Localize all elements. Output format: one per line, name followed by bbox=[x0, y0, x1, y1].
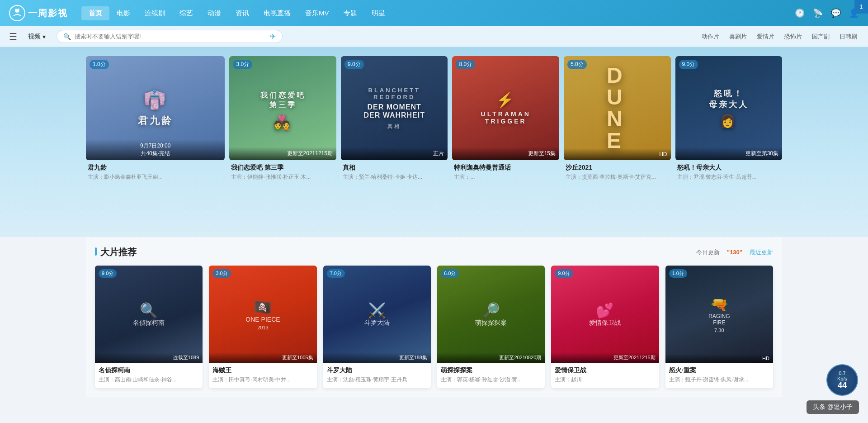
logo-text: 一周影视 bbox=[28, 7, 68, 19]
nav-variety[interactable]: 综艺 bbox=[172, 6, 200, 20]
corner-badge: 1 bbox=[854, 0, 868, 14]
section-header-right: 今日更新 "130" 最近更新 bbox=[696, 248, 773, 257]
movie-score-2: 3.0分 bbox=[212, 269, 231, 278]
hero-card-5[interactable]: 5.0分 DUNE HD 沙丘2021 主演：提莫西·查拉梅·奥斯卡·艾萨克..… bbox=[564, 56, 671, 182]
svg-line-2 bbox=[15, 7, 17, 9]
logo-icon bbox=[9, 5, 25, 21]
movie-card-1[interactable]: 🔍 名侦探柯南 9.0分 连载至1089 名侦探柯南 主演：高山南·山崎和佳奈·… bbox=[95, 266, 203, 388]
genre-romance[interactable]: 爱情片 bbox=[755, 32, 776, 42]
nav-news[interactable]: 资讯 bbox=[228, 6, 256, 20]
movie-score-3: 7.0分 bbox=[327, 269, 345, 278]
today-update-count: "130" bbox=[727, 249, 742, 256]
movie-card-6[interactable]: 🔫 RAGINGFIRE 7.30 1.0分 HD 怒火·重案 主演：甄子丹·谢… bbox=[665, 266, 773, 388]
hero-card-3-overlay: 正片 bbox=[433, 150, 444, 157]
speed-value: 0.7 bbox=[839, 371, 845, 376]
nav-topics[interactable]: 专题 bbox=[336, 6, 364, 20]
movie-card-4[interactable]: 🔎 萌探探探案 6.0分 更新至20210820期 萌探探探案 主演：郭英·杨幂… bbox=[437, 266, 545, 388]
hero-card-2-title: 我们恋爱吧 第三季 bbox=[231, 164, 335, 172]
big-movies-title: 大片推荐 bbox=[95, 246, 137, 258]
movie-grid: 🔍 名侦探柯南 9.0分 连载至1089 名侦探柯南 主演：高山南·山崎和佳奈·… bbox=[95, 266, 773, 388]
hero-card-5-title: 沙丘2021 bbox=[566, 164, 669, 172]
video-label: 视频 bbox=[28, 33, 41, 41]
score-badge-5: 5.0分 bbox=[567, 60, 587, 69]
main-content: 大片推荐 今日更新 "130" 最近更新 🔍 名侦探柯南 9.0分 连载至108… bbox=[86, 237, 782, 397]
movie-cast-3: 主演：沈磊·程玉珠·黄翔宇·王丹兵 bbox=[327, 376, 427, 384]
movie-cast-6: 主演：甄子丹·谢霆锋·焦凤·谢承... bbox=[669, 376, 769, 384]
big-movies-header: 大片推荐 今日更新 "130" 最近更新 bbox=[95, 246, 773, 258]
hero-section: 1.0分 👘 君九龄 9月7日20:00 共40集·完结 君九龄 主演：影小鳥金… bbox=[0, 47, 868, 237]
search-icon: 🔍 bbox=[63, 33, 71, 40]
hero-card-1[interactable]: 1.0分 👘 君九龄 9月7日20:00 共40集·完结 君九龄 主演：影小鳥金… bbox=[86, 56, 225, 182]
hero-card-6-title: 怒吼！母亲大人 bbox=[677, 164, 781, 172]
hero-grid: 1.0分 👘 君九龄 9月7日20:00 共40集·完结 君九龄 主演：影小鳥金… bbox=[86, 56, 782, 182]
genre-comedy[interactable]: 喜剧片 bbox=[727, 32, 749, 42]
genre-links: 动作片 喜剧片 爱情片 恐怖片 国产剧 日韩剧 bbox=[700, 32, 859, 42]
nav-series[interactable]: 连续剧 bbox=[137, 6, 172, 20]
hero-card-2[interactable]: 3.0分 我们恋爱吧第三季 💑 更新至20211215期 我们恋爱吧 第三季 主… bbox=[229, 56, 336, 182]
hero-card-4[interactable]: 8.0分 ⚡ ULTRAMANTRIGGER 更新至15集 特利迦奥特曼普通话 … bbox=[452, 56, 559, 182]
genre-horror[interactable]: 恐怖片 bbox=[783, 32, 804, 42]
search-input[interactable] bbox=[75, 33, 266, 40]
hero-card-6-sub: 主演：尹现·曾志芬·芳生·吕超尊... bbox=[677, 173, 781, 181]
hero-card-4-sub: 主演：... bbox=[454, 173, 557, 181]
video-dropdown[interactable]: 视频 ▾ bbox=[24, 31, 49, 43]
menu-icon[interactable]: ☰ bbox=[9, 31, 17, 42]
movie-score-4: 6.0分 bbox=[441, 269, 459, 278]
movie-score-1: 9.0分 bbox=[99, 269, 117, 278]
dropdown-arrow-icon: ▾ bbox=[42, 33, 46, 40]
search-area: 🔍 ✈ bbox=[57, 30, 283, 43]
history-icon[interactable]: 🕐 bbox=[795, 8, 805, 18]
today-update-label: 今日更新 bbox=[696, 248, 720, 257]
nav-music[interactable]: 音乐MV bbox=[298, 6, 336, 20]
movie-card-5[interactable]: 💕 爱情保卫战 9.0分 更新至20211215期 爱情保卫战 主演：赵川 bbox=[551, 266, 659, 388]
hero-card-5-overlay: HD bbox=[659, 151, 667, 157]
movie-overlay-2: 更新至1005集 bbox=[282, 355, 313, 360]
send-icon[interactable]: ✈ bbox=[270, 32, 276, 41]
nav-movies[interactable]: 电影 bbox=[109, 6, 137, 20]
top-nav: 一周影视 首页 电影 连续剧 综艺 动漫 资讯 电视直播 音乐MV 专题 明星 … bbox=[0, 0, 868, 26]
hero-card-4-title: 特利迦奥特曼普通话 bbox=[454, 164, 557, 172]
nav-links: 首页 电影 连续剧 综艺 动漫 资讯 电视直播 音乐MV 专题 明星 bbox=[81, 6, 795, 20]
hero-card-3-title: 真相 bbox=[343, 164, 446, 172]
score-badge-4: 8.0分 bbox=[456, 60, 475, 69]
hero-card-1-overlay: 9月7日20:00 bbox=[90, 142, 221, 150]
hero-card-6[interactable]: 9.0分 怒吼！母亲大人 👩 更新至第30集 怒吼！母亲大人 主演：尹现·曾志芬… bbox=[675, 56, 783, 182]
movie-overlay-3: 更新至188集 bbox=[399, 355, 427, 360]
nav-icons: 🕐 📡 💬 👤 bbox=[795, 8, 859, 18]
movie-cast-2: 主演：田中真弓·冈村明美·中井... bbox=[212, 376, 313, 384]
nav-anime[interactable]: 动漫 bbox=[200, 6, 228, 20]
genre-action[interactable]: 动作片 bbox=[700, 32, 721, 42]
genre-chinese[interactable]: 国产剧 bbox=[810, 32, 831, 42]
hero-card-3[interactable]: 9.0分 BLANCHETTREDFORD DER MOMENTDER WAHR… bbox=[341, 56, 448, 182]
hero-card-6-overlay: 更新至第30集 bbox=[745, 150, 778, 157]
nav-tv[interactable]: 电视直播 bbox=[256, 6, 298, 20]
movie-title-4: 萌探探探案 bbox=[441, 366, 541, 375]
movie-title-5: 爱情保卫战 bbox=[555, 366, 655, 375]
movie-cast-4: 主演：郭英·杨幂·孙红雷·沙溢·黄... bbox=[441, 376, 541, 384]
score-badge-1: 1.0分 bbox=[90, 60, 109, 69]
hero-card-4-overlay: 更新至15集 bbox=[528, 150, 556, 157]
hero-card-1-sub: 主演：影小鳥金鑫杜亚飞王姐... bbox=[88, 173, 223, 181]
movie-title-6: 怒火·重案 bbox=[669, 366, 769, 375]
movie-overlay-4: 更新至20210820期 bbox=[499, 355, 541, 360]
score-badge-3: 9.0分 bbox=[344, 60, 364, 69]
recent-update-btn[interactable]: 最近更新 bbox=[750, 248, 773, 257]
movie-card-2[interactable]: 🏴‍☠️ ONE PIECE 2013 3.0分 更新至1005集 海贼王 主演… bbox=[209, 266, 316, 388]
speed-indicator: 0.7 Kb/s 44 bbox=[826, 364, 858, 396]
movie-card-3[interactable]: ⚔️ 斗罗大陆 7.0分 更新至188集 斗罗大陆 主演：沈磊·程玉珠·黄翔宇·… bbox=[323, 266, 431, 388]
logo-area[interactable]: 一周影视 bbox=[9, 5, 68, 21]
message-icon[interactable]: 💬 bbox=[831, 8, 841, 18]
genre-korean[interactable]: 日韩剧 bbox=[838, 32, 859, 42]
movie-score-6: 1.0分 bbox=[669, 269, 687, 278]
movie-overlay-5: 更新至20211215期 bbox=[613, 355, 656, 360]
nav-home[interactable]: 首页 bbox=[81, 6, 109, 20]
second-bar: ☰ 视频 ▾ 🔍 ✈ 动作片 喜剧片 爱情片 恐怖片 国产剧 日韩剧 bbox=[0, 26, 868, 47]
hero-card-2-overlay: 更新至20211215期 bbox=[287, 150, 333, 157]
hero-card-3-sub: 主演：贤兰·哈利桑特·卡姬·卡达... bbox=[343, 173, 446, 181]
movie-title-3: 斗罗大陆 bbox=[327, 366, 427, 375]
movie-overlay-6: HD bbox=[762, 356, 769, 361]
rss-icon[interactable]: 📡 bbox=[813, 8, 823, 18]
nav-stars[interactable]: 明星 bbox=[364, 6, 392, 20]
hero-card-5-sub: 主演：提莫西·查拉梅·奥斯卡·艾萨克... bbox=[566, 173, 669, 181]
score-badge-2: 3.0分 bbox=[233, 60, 252, 69]
